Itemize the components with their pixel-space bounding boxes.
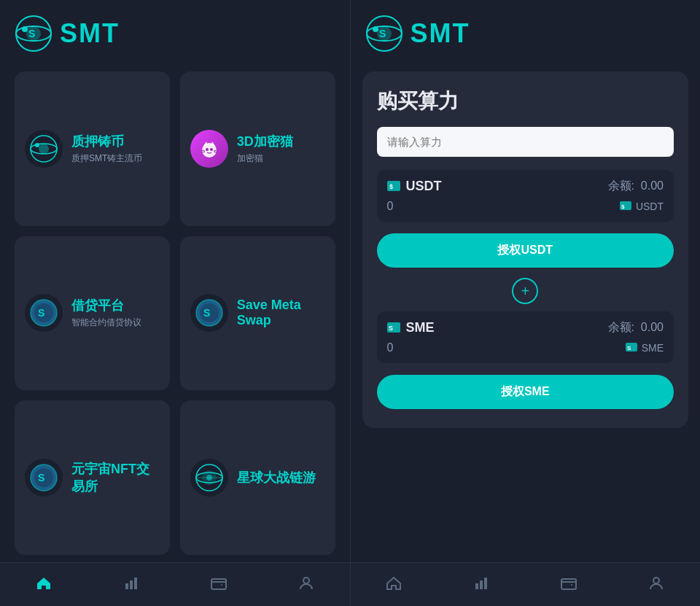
plus-icon: + — [512, 278, 538, 304]
right-nav-wallet[interactable] — [545, 569, 592, 601]
cat-icon — [190, 130, 228, 168]
sme-coin-icon: S — [387, 322, 402, 334]
left-panel: S SMT 质押铸币 质押SMT铸主流币 — [0, 0, 350, 606]
right-content: 购买算力 $ USDT 余额: 0.00 — [351, 64, 701, 562]
right-title: SMT — [411, 18, 470, 49]
svg-rect-35 — [125, 583, 128, 589]
left-nav-home[interactable] — [20, 569, 67, 601]
cat-sub: 加密猫 — [237, 152, 293, 165]
sme-section: S SME 余额: 0.00 0 S — [377, 311, 674, 363]
right-panel: S SMT 购买算力 $ USDT 余额: — [351, 0, 701, 606]
auth-usdt-button[interactable]: 授权USDT — [377, 233, 674, 268]
stake-icon-wrap — [25, 130, 63, 168]
nft-text: 元宇宙NFT交易所 — [71, 460, 160, 495]
left-nav-user[interactable] — [283, 569, 330, 601]
nft-icon-wrap: S — [25, 459, 63, 497]
savemeta-icon-wrap: S — [190, 294, 228, 332]
plus-divider: + — [377, 271, 674, 311]
war-text: 星球大战链游 — [237, 469, 316, 486]
svg-point-3 — [22, 26, 28, 32]
svg-text:S: S — [38, 307, 44, 319]
svg-point-43 — [373, 26, 378, 32]
svg-rect-36 — [130, 580, 133, 589]
svg-rect-37 — [134, 578, 137, 589]
home-icon — [35, 575, 52, 595]
svg-text:$: $ — [389, 183, 393, 190]
usdt-amount-row: 0 $ USDT — [387, 200, 664, 213]
right-bottom-nav — [351, 562, 701, 606]
cat-text: 3D加密猫 加密猫 — [237, 133, 293, 165]
svg-text:S: S — [627, 345, 631, 351]
sme-amount-row: 0 S SME — [387, 341, 664, 354]
left-bottom-nav — [0, 562, 350, 606]
usdt-name: $ USDT — [387, 179, 442, 194]
lending-icon-wrap: S — [25, 294, 63, 332]
nft-label: 元宇宙NFT交易所 — [71, 460, 160, 495]
stake-icon — [29, 134, 58, 163]
right-wallet-icon — [560, 575, 578, 595]
usdt-coin-icon: $ — [387, 181, 402, 193]
stake-sub: 质押SMT铸主流币 — [71, 152, 142, 165]
hashrate-input[interactable] — [377, 127, 674, 157]
cat-face-icon — [198, 137, 221, 160]
svg-point-12 — [206, 148, 209, 151]
lending-icon: S — [29, 298, 58, 327]
usdt-balance: 余额: 0.00 — [608, 179, 664, 194]
right-chart-icon — [472, 575, 490, 595]
stake-label: 质押铸币 — [71, 133, 142, 150]
right-header: S SMT — [351, 0, 701, 64]
right-nav-chart[interactable] — [458, 569, 505, 601]
sme-header: S SME 余额: 0.00 — [387, 320, 664, 335]
menu-grid: 质押铸币 质押SMT铸主流币 — [0, 64, 350, 562]
usdt-header: $ USDT 余额: 0.00 — [387, 179, 664, 194]
user-icon — [298, 575, 315, 595]
savemeta-icon: S — [195, 298, 224, 327]
sme-balance: 余额: 0.00 — [608, 320, 664, 335]
buy-title: 购买算力 — [377, 88, 674, 115]
sme-amount: 0 — [387, 341, 394, 354]
svg-point-7 — [39, 144, 49, 154]
svg-point-57 — [653, 578, 659, 583]
right-nav-home[interactable] — [370, 569, 417, 601]
sme-right-icon: S — [626, 343, 639, 353]
svg-rect-55 — [484, 578, 487, 589]
left-header: S SMT — [0, 0, 350, 64]
buy-card: 购买算力 $ USDT 余额: 0.00 — [362, 71, 689, 428]
menu-card-war[interactable]: 星球大战链游 — [180, 400, 335, 555]
usdt-amount: 0 — [387, 200, 394, 213]
savemeta-text: Save Meta Swap — [237, 298, 325, 328]
left-nav-wallet[interactable] — [195, 569, 242, 601]
lending-sub: 智能合约借贷协议 — [71, 316, 141, 329]
sme-icon-right: S SME — [626, 342, 664, 354]
menu-card-stake[interactable]: 质押铸币 质押SMT铸主流币 — [15, 71, 170, 226]
svg-rect-56 — [561, 579, 576, 589]
sme-name: S SME — [387, 320, 435, 335]
savemeta-label: Save Meta Swap — [237, 298, 325, 328]
lending-label: 借贷平台 — [71, 297, 141, 314]
stake-text: 质押铸币 质押SMT铸主流币 — [71, 133, 142, 165]
svg-text:S: S — [38, 472, 44, 483]
menu-card-lending[interactable]: S 借贷平台 智能合约借贷协议 — [15, 236, 170, 391]
war-icon-wrap — [190, 459, 228, 497]
menu-card-nft[interactable]: S 元宇宙NFT交易所 — [15, 400, 170, 555]
svg-point-13 — [210, 148, 213, 151]
right-nav-user[interactable] — [633, 569, 680, 601]
svg-text:$: $ — [621, 203, 625, 210]
menu-card-cat[interactable]: 3D加密猫 加密猫 — [180, 71, 335, 226]
usdt-right-icon: $ — [620, 201, 633, 211]
left-nav-chart[interactable] — [108, 569, 155, 601]
svg-point-39 — [303, 578, 309, 583]
cat-icon-wrap — [190, 130, 228, 168]
smt-logo-icon: S — [15, 15, 52, 53]
svg-rect-54 — [480, 580, 483, 589]
cat-label: 3D加密猫 — [237, 133, 293, 150]
right-smt-logo-icon: S — [365, 15, 403, 53]
svg-text:S: S — [203, 307, 210, 319]
svg-rect-38 — [211, 579, 226, 589]
usdt-icon-right: $ USDT — [620, 201, 664, 212]
auth-sme-button[interactable]: 授权SME — [377, 375, 674, 409]
menu-card-savemeta[interactable]: S Save Meta Swap — [180, 236, 335, 391]
svg-text:S: S — [28, 28, 35, 39]
svg-rect-53 — [475, 583, 478, 589]
left-title: SMT — [60, 18, 120, 49]
